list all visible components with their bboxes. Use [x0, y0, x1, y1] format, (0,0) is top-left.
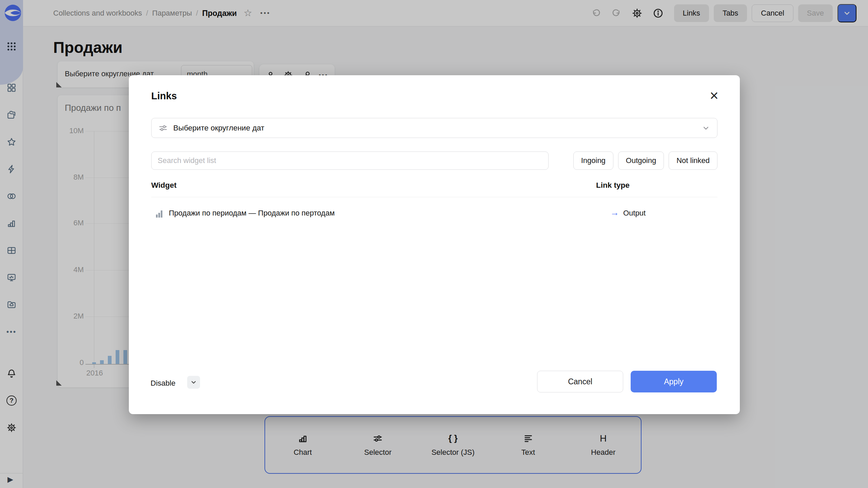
disable-label: Disable — [151, 378, 175, 389]
filter-outgoing-button[interactable]: Outgoing — [618, 151, 664, 170]
disable-dropdown-button[interactable] — [187, 376, 200, 389]
widget-chart-icon — [156, 210, 162, 218]
link-type-value: Output — [623, 209, 646, 218]
widget-name: Продажи по периодам — Продажи по пертода… — [169, 209, 335, 218]
modal-title: Links — [151, 90, 177, 102]
table-row[interactable]: Продажи по периодам — Продажи по пертода… — [151, 205, 717, 222]
table-header-divider — [151, 197, 717, 197]
column-header-link-type: Link type — [596, 181, 630, 190]
filter-ingoing-button[interactable]: Ingoing — [573, 151, 613, 170]
output-arrow-icon: → — [610, 207, 619, 218]
filter-buttons: Ingoing Outgoing Not linked — [573, 151, 717, 170]
search-input[interactable] — [151, 151, 549, 170]
chevron-down-icon — [190, 379, 197, 386]
close-icon[interactable]: × — [705, 87, 723, 104]
links-modal: Links × Выберите округление дат Ingoing … — [129, 75, 740, 414]
chevron-down-icon — [702, 124, 710, 133]
modal-cancel-button[interactable]: Cancel — [537, 371, 623, 392]
modal-apply-button[interactable]: Apply — [631, 371, 717, 392]
param-selector-value: Выберите округление дат — [173, 124, 264, 133]
column-header-widget: Widget — [151, 181, 177, 190]
sliders-icon — [158, 123, 168, 133]
param-selector-dropdown[interactable]: Выберите округление дат — [151, 118, 717, 138]
filter-not-linked-button[interactable]: Not linked — [669, 151, 717, 170]
